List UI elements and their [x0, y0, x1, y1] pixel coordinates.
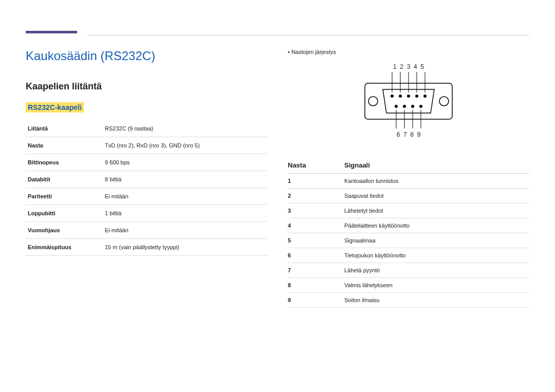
pin-signal: Päätelaitteen käyttöönotto: [344, 218, 529, 233]
svg-point-6: [368, 97, 378, 106]
spec-value: 15 m (vain päällystetty tyyppi): [103, 239, 267, 256]
pin-signal: Kantoaallon tunnistus: [344, 174, 529, 189]
table-row: Bittinopeus9 600 bps: [26, 154, 267, 171]
pin-signal: Tietojoukon käyttöönotto: [344, 248, 529, 263]
pin-order-label: Nastojen järjestys: [288, 49, 529, 55]
top-pin-numbers: 1 2 3 4 5: [393, 63, 424, 70]
svg-point-13: [395, 105, 398, 108]
table-row: 1Kantoaallon tunnistus: [288, 174, 529, 189]
table-row: LiitäntäRS232C (9 nastaa): [26, 120, 267, 137]
table-row: 4Päätelaitteen käyttöönotto: [288, 218, 529, 233]
spec-label: Enimmäispituus: [26, 239, 103, 256]
pin-header-col2: Signaali: [344, 161, 529, 169]
pin-signal: Soiton ilmaisu: [344, 293, 529, 308]
svg-point-7: [439, 97, 449, 106]
table-row: Enimmäispituus15 m (vain päällystetty ty…: [26, 239, 267, 256]
table-row: 9Soiton ilmaisu: [288, 293, 529, 308]
table-row: 6Tietojoukon käyttöönotto: [288, 248, 529, 263]
cable-heading: RS232C-kaapeli: [26, 102, 84, 113]
db9-connector-icon: 1 2 3 4 5: [355, 63, 462, 140]
pin-number: 4: [288, 218, 344, 233]
svg-point-9: [399, 95, 402, 98]
table-row: NastaTxD (nro 2), RxD (nro 3), GND (nro …: [26, 137, 267, 154]
table-row: Loppubitti1 bittiä: [26, 205, 267, 222]
svg-point-10: [407, 95, 410, 98]
pin-number: 6: [288, 248, 344, 263]
svg-point-15: [411, 105, 414, 108]
svg-point-12: [423, 95, 427, 98]
table-row: 2Saapuvat tiedot: [288, 189, 529, 203]
pin-number: 8: [288, 278, 344, 293]
pin-number: 3: [288, 203, 344, 218]
table-row: PariteettiEi mitään: [26, 188, 267, 205]
connector-diagram: 1 2 3 4 5: [288, 63, 529, 142]
pin-number: 5: [288, 233, 344, 248]
pin-signal: Lähetetyt tiedot: [344, 203, 529, 218]
spec-table: LiitäntäRS232C (9 nastaa)NastaTxD (nro 2…: [26, 120, 267, 256]
spec-value: TxD (nro 2), RxD (nro 3), GND (nro 5): [103, 137, 267, 154]
pin-signal: Valmis lähetykseen: [344, 278, 529, 293]
bottom-pin-numbers: 6 7 8 9: [397, 131, 421, 138]
pin-number: 9: [288, 293, 344, 308]
section-subtitle: Kaapelien liitäntä: [26, 81, 267, 92]
spec-label: Liitäntä: [26, 120, 103, 137]
spec-label: Bittinopeus: [26, 154, 103, 171]
header-accent: [26, 31, 77, 33]
left-column: Kaukosäädin (RS232C) Kaapelien liitäntä …: [26, 49, 267, 308]
pin-header-col1: Nasta: [288, 161, 344, 169]
spec-label: Loppubitti: [26, 205, 103, 222]
spec-value: 9 600 bps: [103, 154, 267, 171]
table-row: 3Lähetetyt tiedot: [288, 203, 529, 218]
spec-value: 8 bittiä: [103, 171, 267, 188]
pin-table-header: Nasta Signaali: [288, 157, 529, 174]
spec-value: 1 bittiä: [103, 205, 267, 222]
table-row: VuonohjausEi mitään: [26, 222, 267, 239]
spec-label: Databitit: [26, 171, 103, 188]
svg-point-14: [403, 105, 406, 108]
table-row: Databitit8 bittiä: [26, 171, 267, 188]
pin-number: 7: [288, 263, 344, 278]
right-column: Nastojen järjestys 1 2 3 4 5: [288, 49, 529, 308]
table-row: 5Signaalimaa: [288, 233, 529, 248]
pin-signal: Saapuvat tiedot: [344, 189, 529, 203]
table-row: 8Valmis lähetykseen: [288, 278, 529, 293]
pin-signal: Lähetä pyyntö: [344, 263, 529, 278]
pin-number: 1: [288, 174, 344, 189]
pin-table: 1Kantoaallon tunnistus2Saapuvat tiedot3L…: [288, 174, 529, 308]
table-row: 7Lähetä pyyntö: [288, 263, 529, 278]
spec-value: Ei mitään: [103, 222, 267, 239]
page-content: Kaukosäädin (RS232C) Kaapelien liitäntä …: [26, 49, 529, 308]
pin-signal: Signaalimaa: [344, 233, 529, 248]
pin-number: 2: [288, 189, 344, 203]
page-title: Kaukosäädin (RS232C): [26, 49, 267, 63]
spec-label: Pariteetti: [26, 188, 103, 205]
svg-point-11: [415, 95, 418, 98]
svg-point-8: [391, 95, 394, 98]
spec-label: Nasta: [26, 137, 103, 154]
spec-label: Vuonohjaus: [26, 222, 103, 239]
header-rule: [87, 35, 529, 35]
spec-value: RS232C (9 nastaa): [103, 120, 267, 137]
spec-value: Ei mitään: [103, 188, 267, 205]
svg-point-16: [419, 105, 422, 108]
